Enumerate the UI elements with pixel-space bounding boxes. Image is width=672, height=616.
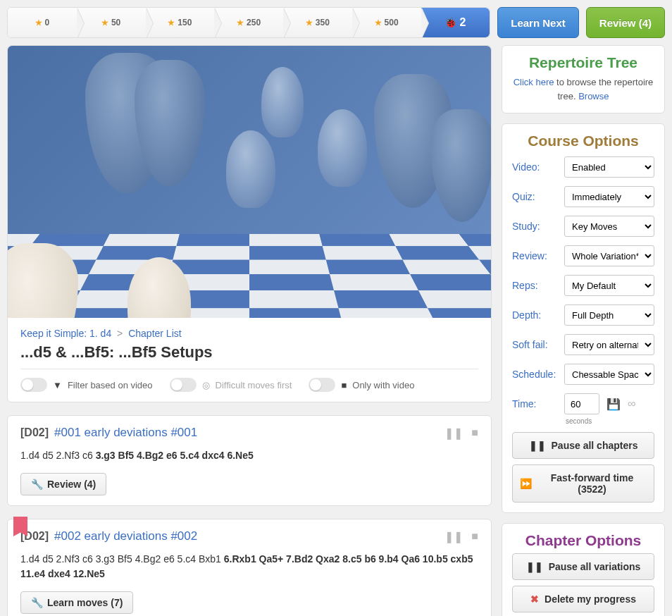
video-header-card: Keep it Simple: 1. d4 > Chapter List ...… <box>7 45 492 402</box>
repertoire-tree-panel: Repertoire Tree Click here to browse the… <box>502 45 665 113</box>
repertoire-tree-title: Repertoire Tree <box>502 46 664 75</box>
progress-step: ★250 <box>214 8 283 37</box>
save-icon[interactable]: 💾 <box>606 398 621 411</box>
filter-only-video-toggle[interactable] <box>309 378 335 392</box>
course-options-panel: Course Options Video:EnabledQuiz:Immedia… <box>502 123 665 513</box>
variation-action-button[interactable]: 🔧Review (4) <box>20 473 106 495</box>
breadcrumb-chapter-list-link[interactable]: Chapter List <box>128 328 181 339</box>
pause-icon[interactable]: ❚❚ <box>444 530 463 543</box>
option-label: Schedule: <box>512 369 564 380</box>
progress-step: ★150 <box>146 8 215 37</box>
camera-icon[interactable]: ■ <box>471 530 478 543</box>
progress-step: ★500 <box>352 8 421 37</box>
eco-code: [D02] <box>20 426 49 439</box>
progress-bar: ★0 ★50 ★150 ★250 ★350 ★500 🐞2 <box>7 7 490 38</box>
variation-moves: 1.d4 d5 2.Nf3 c6 3.g3 Bf5 4.Bg2 e6 5.c4 … <box>20 552 478 581</box>
pause-icon: ❚❚ <box>529 440 546 451</box>
option-label-time: Time: <box>512 398 564 409</box>
repertoire-click-here-link[interactable]: Click here <box>514 77 554 87</box>
option-select[interactable]: Chessable Spac <box>564 364 654 385</box>
chapter-options-panel: Chapter Options ❚❚Pause all variations ✖… <box>502 523 665 616</box>
filter-only-video-label: Only with video <box>352 380 414 390</box>
fast-forward-icon: ⏩ <box>520 478 532 489</box>
seconds-label: seconds <box>564 417 654 425</box>
progress-step-current[interactable]: 🐞2 <box>421 8 490 37</box>
variation-title-link[interactable]: #002 early deviations #002 <box>54 529 197 543</box>
breadcrumb: Keep it Simple: 1. d4 > Chapter List <box>20 328 478 339</box>
pause-all-chapters-button[interactable]: ❚❚Pause all chapters <box>512 432 654 459</box>
option-select[interactable]: Enabled <box>564 156 654 178</box>
filter-difficult-toggle-row: ◎ Difficult moves first <box>170 378 292 392</box>
camera-icon[interactable]: ■ <box>471 426 478 440</box>
variation-moves: 1.d4 d5 2.Nf3 c6 3.g3 Bf5 4.Bg2 e6 5.c4 … <box>20 448 478 463</box>
delete-icon: ✖ <box>530 593 539 605</box>
wrench-icon: 🔧 <box>31 479 43 490</box>
chapter-options-title: Chapter Options <box>502 524 664 553</box>
option-select[interactable]: Retry on alternat <box>564 334 654 355</box>
filter-difficult-toggle[interactable] <box>170 378 197 392</box>
wrench-icon: 🔧 <box>31 597 43 608</box>
camera-icon: ■ <box>341 380 347 390</box>
breadcrumb-course-link[interactable]: Keep it Simple: 1. d4 <box>20 328 111 339</box>
star-icon: ★ <box>101 18 108 27</box>
option-select[interactable]: Key Moves <box>564 216 654 237</box>
filter-icon: ▼ <box>53 380 62 390</box>
course-options-title: Course Options <box>502 124 664 154</box>
option-label: Review: <box>512 250 564 261</box>
variation-card: [D02]#002 early deviations #002❚❚■1.d4 d… <box>7 519 492 616</box>
repertoire-tree-text: Click here to browse the repertoire tree… <box>502 75 664 113</box>
variation-action-button[interactable]: 🔧Learn moves (7) <box>20 591 133 614</box>
star-icon: ★ <box>306 18 313 27</box>
option-label: Soft fail: <box>512 339 564 350</box>
option-select[interactable]: Full Depth <box>564 304 654 326</box>
repertoire-browse-link[interactable]: Browse <box>578 91 609 101</box>
option-label: Study: <box>512 221 564 232</box>
option-label: Depth: <box>512 309 564 321</box>
option-label: Video: <box>512 161 564 173</box>
fast-forward-button[interactable]: ⏩Fast-forward time (3522) <box>512 464 654 503</box>
option-label: Quiz: <box>512 191 564 202</box>
video-thumbnail[interactable] <box>8 46 491 318</box>
progress-step: ★0 <box>8 8 77 37</box>
variation-title-link[interactable]: #001 early deviations #001 <box>54 426 197 440</box>
filter-video-toggle[interactable] <box>20 378 47 392</box>
option-select[interactable]: Immediately <box>564 186 654 207</box>
pause-icon: ❚❚ <box>526 561 543 572</box>
learn-next-button[interactable]: Learn Next <box>497 7 579 38</box>
filter-video-toggle-row: ▼ Filter based on video <box>20 378 153 392</box>
pause-all-variations-button[interactable]: ❚❚Pause all variations <box>512 553 654 580</box>
time-input[interactable] <box>564 393 599 414</box>
variation-card: [D02]#001 early deviations #001❚❚■1.d4 d… <box>7 415 492 506</box>
delete-progress-button[interactable]: ✖Delete my progress <box>512 586 654 612</box>
option-label: Reps: <box>512 280 564 291</box>
progress-step: ★350 <box>283 8 352 37</box>
pause-icon[interactable]: ❚❚ <box>444 426 463 440</box>
filter-difficult-label: Difficult moves first <box>216 380 292 390</box>
option-select[interactable]: My Default <box>564 275 654 296</box>
filter-only-video-toggle-row: ■ Only with video <box>309 378 414 392</box>
chapter-title: ...d5 & ...Bf5: ...Bf5 Setups <box>20 343 478 362</box>
progress-step: ★50 <box>77 8 146 37</box>
star-icon: ★ <box>168 18 175 27</box>
filter-video-label: Filter based on video <box>68 380 153 390</box>
star-icon: ★ <box>237 18 244 27</box>
target-icon: ◎ <box>202 380 210 390</box>
star-icon: ★ <box>35 18 42 27</box>
bug-icon: 🐞 <box>444 17 456 28</box>
infinity-icon[interactable]: ∞ <box>628 398 635 410</box>
review-button[interactable]: Review (4) <box>586 7 665 38</box>
star-icon: ★ <box>375 18 382 27</box>
option-select[interactable]: Whole Variation* <box>564 245 654 266</box>
